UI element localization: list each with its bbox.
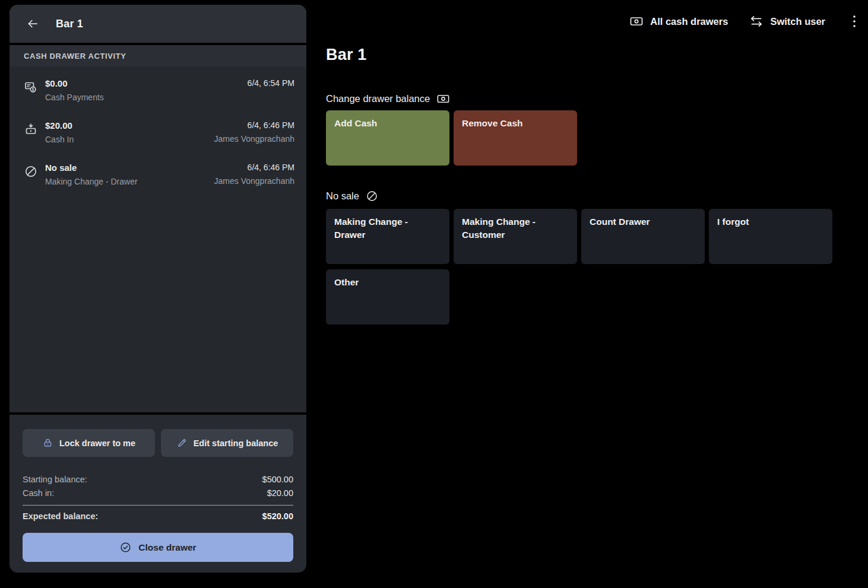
close-drawer-button[interactable]: Close drawer bbox=[23, 533, 293, 562]
no-sale-tiles: Making Change - Drawer Making Change - C… bbox=[326, 209, 838, 325]
activity-user: James Vongprachanh bbox=[214, 176, 294, 186]
activity-user: James Vongprachanh bbox=[214, 134, 294, 144]
drawer-title: Bar 1 bbox=[56, 18, 83, 30]
arrow-left-icon bbox=[26, 17, 39, 30]
kebab-menu-icon bbox=[847, 14, 861, 29]
starting-balance-value: $500.00 bbox=[262, 475, 293, 484]
add-cash-tile[interactable]: Add Cash bbox=[326, 110, 449, 166]
switch-user-button[interactable]: Switch user bbox=[749, 14, 825, 28]
cash-in-label: Cash in: bbox=[23, 488, 54, 498]
activity-list: $ $0.00 Cash Payments 6/4, 6:54 PM bbox=[9, 66, 306, 412]
cash-payments-icon: $ bbox=[24, 78, 38, 102]
expected-balance-row: Expected balance: $520.00 bbox=[23, 509, 293, 523]
remove-cash-tile[interactable]: Remove Cash bbox=[454, 110, 577, 166]
edit-starting-balance-button[interactable]: Edit starting balance bbox=[161, 429, 293, 457]
making-change-drawer-tile[interactable]: Making Change - Drawer bbox=[326, 209, 449, 264]
count-drawer-tile[interactable]: Count Drawer bbox=[581, 209, 705, 264]
back-button[interactable] bbox=[25, 16, 40, 31]
i-forgot-tile[interactable]: I forgot bbox=[709, 209, 832, 264]
page-title: Bar 1 bbox=[326, 46, 367, 64]
no-sale-icon bbox=[366, 190, 378, 202]
panel-header: Bar 1 bbox=[9, 5, 306, 45]
overflow-menu-button[interactable] bbox=[847, 13, 862, 30]
change-drawer-balance-heading: Change drawer balance bbox=[326, 92, 450, 106]
cash-bill-icon bbox=[629, 14, 644, 28]
cash-in-value: $20.00 bbox=[267, 488, 293, 498]
edit-starting-balance-label: Edit starting balance bbox=[194, 438, 278, 448]
cash-in-row: Cash in: $20.00 bbox=[23, 486, 293, 500]
no-sale-heading: No sale bbox=[326, 190, 378, 202]
top-action-bar: All cash drawers Switch user bbox=[629, 9, 862, 33]
expected-balance-value: $520.00 bbox=[262, 511, 293, 521]
no-sale-label: No sale bbox=[326, 190, 359, 202]
switch-arrows-icon bbox=[749, 14, 764, 28]
activity-label: Cash In bbox=[45, 135, 207, 144]
cash-in-icon bbox=[24, 120, 38, 144]
activity-amount: $0.00 bbox=[45, 78, 240, 88]
cash-drawer-panel: Bar 1 CASH DRAWER ACTIVITY $ $0.00 Cash … bbox=[9, 5, 306, 573]
activity-amount: $20.00 bbox=[45, 120, 207, 131]
switch-user-label: Switch user bbox=[770, 16, 825, 27]
lock-icon bbox=[42, 437, 53, 449]
change-drawer-balance-label: Change drawer balance bbox=[326, 93, 430, 104]
lock-drawer-label: Lock drawer to me bbox=[59, 438, 135, 448]
activity-timestamp: 6/4, 6:46 PM bbox=[214, 120, 294, 130]
drawer-summary-footer: Lock drawer to me Edit starting balance … bbox=[9, 412, 306, 573]
activity-section-header: CASH DRAWER ACTIVITY bbox=[9, 45, 306, 66]
activity-label: Cash Payments bbox=[45, 93, 240, 102]
cash-management-screen: { "colors": { "page_bg": "#000000", "pan… bbox=[0, 0, 868, 588]
activity-timestamp: 6/4, 6:54 PM bbox=[248, 78, 294, 88]
expected-balance-label: Expected balance: bbox=[23, 511, 98, 521]
activity-amount: No sale bbox=[45, 163, 207, 173]
close-drawer-label: Close drawer bbox=[138, 542, 196, 553]
activity-item: $20.00 Cash In 6/4, 6:46 PM James Vongpr… bbox=[24, 120, 294, 144]
no-sale-icon bbox=[24, 163, 38, 186]
check-circle-icon bbox=[119, 541, 132, 554]
activity-item: $ $0.00 Cash Payments 6/4, 6:54 PM bbox=[24, 78, 294, 102]
starting-balance-row: Starting balance: $500.00 bbox=[23, 472, 293, 486]
activity-item: No sale Making Change - Drawer 6/4, 6:46… bbox=[24, 163, 294, 186]
all-cash-drawers-button[interactable]: All cash drawers bbox=[629, 14, 728, 28]
change-balance-tiles: Add Cash Remove Cash bbox=[326, 110, 577, 166]
cash-bill-icon bbox=[436, 92, 450, 106]
all-cash-drawers-label: All cash drawers bbox=[650, 16, 728, 27]
svg-text:$: $ bbox=[32, 87, 34, 92]
other-tile[interactable]: Other bbox=[326, 269, 449, 325]
balance-summary: Starting balance: $500.00 Cash in: $20.0… bbox=[23, 472, 293, 523]
making-change-customer-tile[interactable]: Making Change - Customer bbox=[454, 209, 577, 264]
balance-divider bbox=[23, 505, 293, 506]
starting-balance-label: Starting balance: bbox=[23, 475, 87, 484]
activity-label: Making Change - Drawer bbox=[45, 177, 207, 186]
activity-timestamp: 6/4, 6:46 PM bbox=[214, 163, 294, 172]
pencil-icon bbox=[176, 437, 188, 449]
lock-drawer-button[interactable]: Lock drawer to me bbox=[23, 429, 155, 457]
